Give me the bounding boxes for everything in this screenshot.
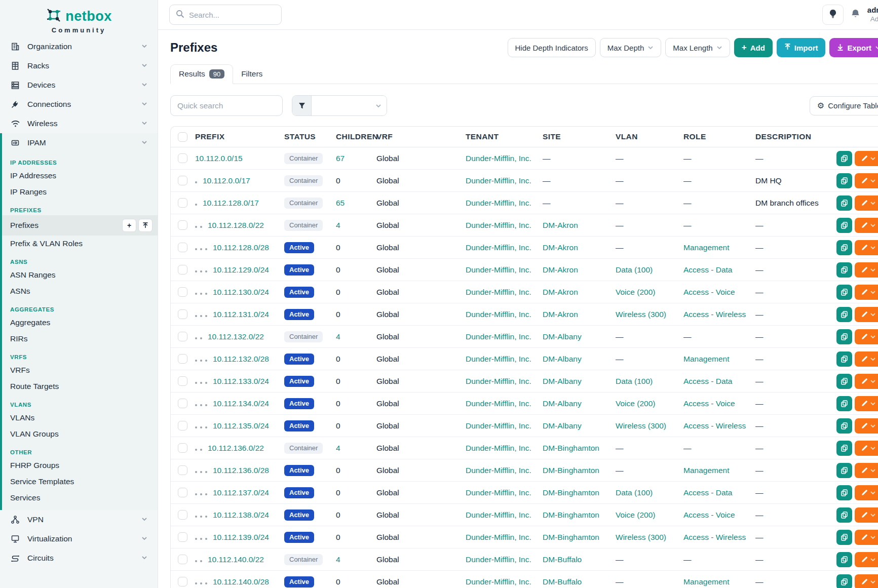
clone-button[interactable]: [836, 218, 852, 233]
sidebar-item-vlans[interactable]: VLANs: [2, 410, 158, 426]
tenant-link[interactable]: Dunder-Mifflin, Inc.: [466, 265, 531, 274]
sidebar-item-prefix-vlan-roles[interactable]: Prefix & VLAN Roles: [2, 236, 158, 252]
role-link[interactable]: Access - Voice: [683, 511, 735, 519]
tenant-link[interactable]: Dunder-Mifflin, Inc.: [466, 421, 531, 430]
tenant-link[interactable]: Dunder-Mifflin, Inc.: [466, 444, 531, 452]
prefix-link[interactable]: 10.112.0.0/17: [203, 176, 250, 185]
edit-button[interactable]: [855, 441, 878, 456]
tenant-link[interactable]: Dunder-Mifflin, Inc.: [466, 243, 531, 252]
column-header-tenant[interactable]: TENANT: [466, 132, 543, 141]
row-checkbox[interactable]: [178, 577, 187, 586]
clone-button[interactable]: [836, 351, 852, 367]
column-header-site[interactable]: SITE: [543, 132, 616, 141]
row-checkbox[interactable]: [178, 421, 187, 430]
user-menu[interactable]: admin Admin: [867, 6, 878, 24]
filter-field-select[interactable]: [312, 96, 387, 115]
site-link[interactable]: DM-Akron: [543, 221, 578, 229]
clone-button[interactable]: [836, 552, 852, 567]
sidebar-item-route-targets[interactable]: Route Targets: [2, 378, 158, 395]
row-checkbox[interactable]: [178, 243, 187, 252]
role-link[interactable]: Management: [683, 577, 729, 586]
sidebar-item-devices[interactable]: Devices: [0, 75, 158, 95]
sidebar-item-prefixes[interactable]: Prefixes +: [2, 215, 158, 236]
row-checkbox[interactable]: [178, 465, 187, 475]
sidebar-item-circuits[interactable]: Circuits: [0, 548, 158, 568]
sidebar-item-rirs[interactable]: RIRs: [2, 331, 158, 347]
sidebar-item-ip-addresses[interactable]: IP Addresses: [2, 168, 158, 184]
site-link[interactable]: DM-Albany: [543, 421, 582, 430]
tenant-link[interactable]: Dunder-Mifflin, Inc.: [466, 399, 531, 408]
clone-button[interactable]: [836, 262, 852, 278]
prefix-link[interactable]: 10.112.137.0/24: [213, 488, 269, 497]
prefix-link[interactable]: 10.112.138.0/24: [213, 511, 269, 519]
clone-button[interactable]: [836, 530, 852, 545]
sidebar-item-asns[interactable]: ASNs: [2, 283, 158, 299]
sidebar-item-vrfs[interactable]: VRFs: [2, 362, 158, 378]
vlan-link[interactable]: Data (100): [616, 265, 653, 274]
vlan-link[interactable]: Voice (200): [616, 511, 655, 519]
edit-button[interactable]: [855, 218, 878, 233]
configure-table-button[interactable]: ⚙ Configure Table: [810, 96, 878, 115]
site-link[interactable]: DM-Albany: [543, 377, 582, 385]
prefix-link[interactable]: 10.112.128.0/22: [208, 221, 264, 229]
row-checkbox[interactable]: [178, 198, 187, 208]
tenant-link[interactable]: Dunder-Mifflin, Inc.: [466, 176, 531, 185]
sidebar-item-vpn[interactable]: VPN: [0, 510, 158, 529]
children-count-link[interactable]: 4: [336, 332, 340, 341]
row-checkbox[interactable]: [178, 532, 187, 542]
edit-button[interactable]: [855, 574, 878, 588]
site-link[interactable]: DM-Albany: [543, 399, 582, 408]
role-link[interactable]: Access - Voice: [683, 399, 735, 408]
quick-search-input[interactable]: [170, 95, 283, 116]
vlan-link[interactable]: Wireless (300): [616, 421, 666, 430]
row-checkbox[interactable]: [178, 309, 187, 319]
clone-button[interactable]: [836, 485, 852, 500]
clone-button[interactable]: [836, 374, 852, 389]
site-link[interactable]: DM-Binghamton: [543, 533, 599, 541]
clone-button[interactable]: [836, 307, 852, 322]
vlan-link[interactable]: Data (100): [616, 377, 653, 385]
sidebar-item-service-templates[interactable]: Service Templates: [2, 474, 158, 490]
role-link[interactable]: Management: [683, 466, 729, 475]
clone-button[interactable]: [836, 329, 852, 344]
clone-button[interactable]: [836, 418, 852, 434]
edit-button[interactable]: [855, 240, 878, 255]
sidebar-item-asn-ranges[interactable]: ASN Ranges: [2, 267, 158, 283]
site-link[interactable]: DM-Buffalo: [543, 555, 582, 564]
site-link[interactable]: DM-Binghamton: [543, 488, 599, 497]
edit-button[interactable]: [855, 485, 878, 500]
prefix-link[interactable]: 10.112.130.0/24: [213, 288, 269, 296]
tenant-link[interactable]: Dunder-Mifflin, Inc.: [466, 577, 531, 586]
role-link[interactable]: Access - Wireless: [683, 533, 746, 541]
tenant-link[interactable]: Dunder-Mifflin, Inc.: [466, 154, 531, 163]
prefix-link[interactable]: 10.112.133.0/24: [213, 377, 269, 385]
children-count-link[interactable]: 67: [336, 154, 345, 163]
row-checkbox[interactable]: [178, 176, 187, 185]
sidebar-item-virtualization[interactable]: Virtualization: [0, 529, 158, 548]
role-link[interactable]: Management: [683, 243, 729, 252]
edit-button[interactable]: [855, 262, 878, 278]
tenant-link[interactable]: Dunder-Mifflin, Inc.: [466, 377, 531, 385]
site-link[interactable]: DM-Akron: [543, 243, 578, 252]
role-link[interactable]: Access - Wireless: [683, 421, 746, 430]
edit-button[interactable]: [855, 418, 878, 434]
column-header-prefix[interactable]: PREFIX: [195, 132, 284, 141]
column-header-description[interactable]: DESCRIPTION: [755, 132, 836, 141]
sidebar-item-organization[interactable]: Organization: [0, 37, 158, 56]
prefix-link[interactable]: 10.112.129.0/24: [213, 265, 269, 274]
tenant-link[interactable]: Dunder-Mifflin, Inc.: [466, 511, 531, 519]
role-link[interactable]: Management: [683, 355, 729, 363]
tenant-link[interactable]: Dunder-Mifflin, Inc.: [466, 466, 531, 475]
edit-button[interactable]: [855, 396, 878, 411]
sidebar-item-wireless[interactable]: Wireless: [0, 114, 158, 133]
vlan-link[interactable]: Voice (200): [616, 399, 655, 408]
notifications-bell-icon[interactable]: [851, 9, 860, 21]
column-header-children[interactable]: CHILDREN: [336, 132, 376, 141]
edit-button[interactable]: [855, 151, 878, 166]
global-search[interactable]: [169, 5, 282, 25]
prefix-link[interactable]: 10.112.136.0/28: [213, 466, 269, 475]
column-header-vlan[interactable]: VLAN: [616, 132, 683, 141]
prefix-link[interactable]: 10.112.132.0/22: [208, 332, 264, 341]
tenant-link[interactable]: Dunder-Mifflin, Inc.: [466, 355, 531, 363]
filter-funnel-icon[interactable]: [292, 96, 312, 115]
